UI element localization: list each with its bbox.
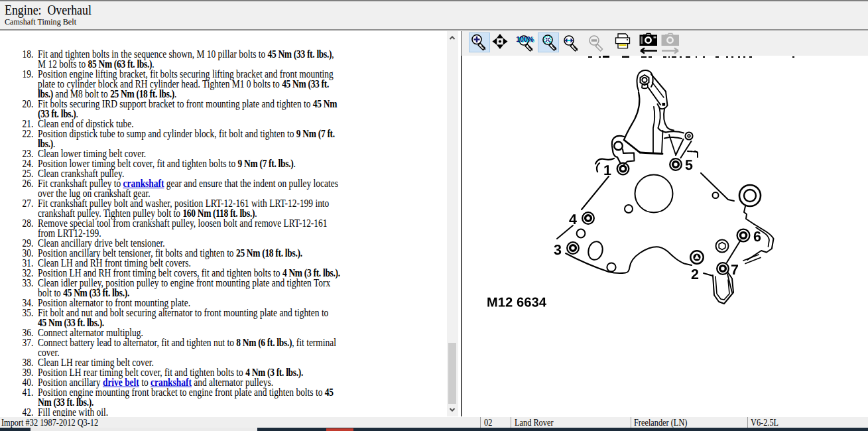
svg-text:100%: 100% [516, 35, 534, 43]
